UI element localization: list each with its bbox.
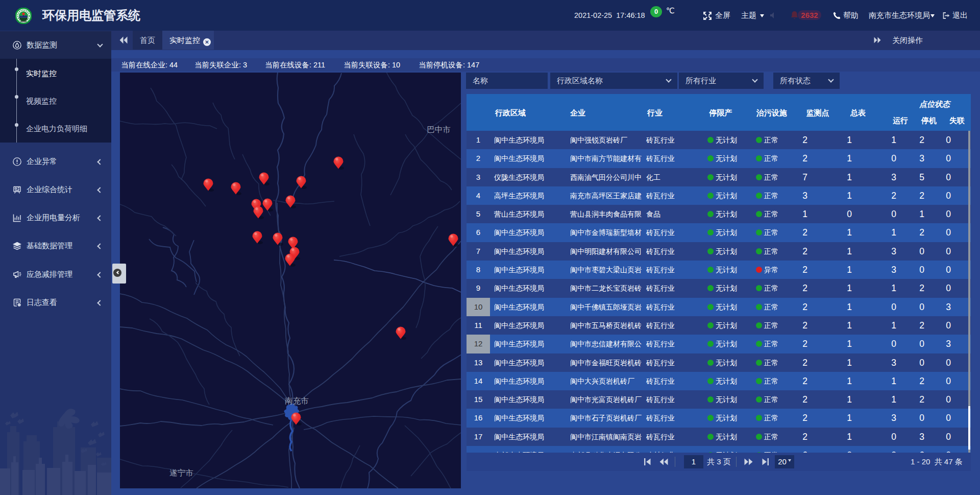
svg-text:南充市: 南充市 bbox=[285, 396, 309, 405]
svg-text:巴中市: 巴中市 bbox=[427, 125, 451, 134]
svg-text:遂宁市: 遂宁市 bbox=[169, 468, 193, 477]
